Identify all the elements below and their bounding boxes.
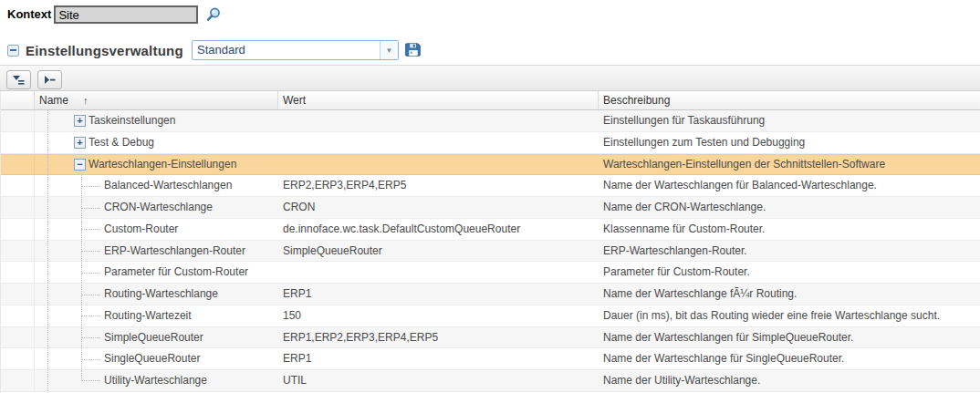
tree-line bbox=[47, 132, 48, 153]
beschreibung-cell: Parameter für Custom-Router. bbox=[599, 262, 980, 283]
row-spacer-cell bbox=[1, 284, 35, 305]
panel-title: Einstellungsverwaltung bbox=[26, 43, 183, 58]
table-row[interactable]: −Warteschlangen-EinstellungenWarteschlan… bbox=[1, 154, 980, 176]
tree-elbow-line bbox=[81, 273, 99, 274]
row-spacer-cell bbox=[1, 241, 35, 262]
beschreibung-cell: Einstellungen für Taskausführung bbox=[599, 110, 980, 131]
table-row[interactable]: Utility-WarteschlangeUTILName der Utilit… bbox=[1, 370, 980, 392]
tree-expand-icon[interactable]: + bbox=[74, 115, 86, 127]
row-spacer-cell bbox=[1, 305, 35, 326]
column-header-wert[interactable]: Wert bbox=[278, 91, 599, 109]
tree-cell: SingleQueueRouter bbox=[35, 348, 278, 369]
magnifier-icon bbox=[205, 6, 222, 23]
table-row[interactable]: Custom-Routerde.innoface.wc.task.Default… bbox=[1, 219, 980, 241]
beschreibung-cell: Einstellungen zum Testen und Debugging bbox=[599, 132, 980, 153]
tree-line bbox=[47, 348, 48, 369]
tree-line bbox=[47, 327, 48, 348]
sort-asc-icon: ↑ bbox=[83, 91, 89, 109]
wert-cell: ERP1 bbox=[278, 284, 599, 305]
beschreibung-cell: Warteschlangen-Einstellungen der Schnitt… bbox=[599, 154, 980, 175]
chevron-down-icon[interactable]: ▼ bbox=[380, 41, 398, 59]
tree-node-label: Test & Debug bbox=[89, 132, 154, 153]
table-row[interactable]: SingleQueueRouterERP1Name der Warteschla… bbox=[1, 348, 980, 370]
tree-collapse-icon[interactable]: − bbox=[74, 159, 86, 171]
row-spacer-cell bbox=[1, 110, 35, 131]
table-row[interactable]: Balanced-WarteschlangenERP2,ERP3,ERP4,ER… bbox=[1, 175, 980, 197]
beschreibung-cell: Name der Warteschlange fÃ¼r Routing. bbox=[599, 284, 980, 305]
tree-node-label: Routing-Warteschlange bbox=[104, 284, 218, 305]
tree-node-label: Taskeinstellungen bbox=[89, 110, 175, 131]
table-row[interactable]: Routing-WarteschlangeERP1Name der Wartes… bbox=[1, 284, 980, 305]
tree-node-label: ERP-Warteschlangen-Router bbox=[104, 241, 245, 262]
column-header-beschreibung-label: Beschreibung bbox=[603, 94, 670, 107]
tree-node-label: Routing-Wartezeit bbox=[104, 305, 192, 326]
tree-node-label: Warteschlangen-Einstellungen bbox=[89, 154, 236, 175]
search-button[interactable] bbox=[204, 5, 223, 24]
tree-cell: SimpleQueueRouter bbox=[35, 327, 278, 348]
tree-cell: Parameter für Custom-Router bbox=[35, 262, 278, 283]
tree-node-label: Balanced-Warteschlangen bbox=[104, 175, 232, 196]
tree-elbow-line bbox=[81, 251, 99, 252]
wert-cell: UTIL bbox=[278, 370, 599, 391]
tree-line bbox=[47, 370, 48, 391]
wert-cell: ERP2,ERP3,ERP4,ERP5 bbox=[278, 175, 599, 196]
column-header-name-label: Name bbox=[39, 94, 68, 107]
wert-cell bbox=[278, 154, 599, 175]
beschreibung-cell: Dauer (in ms), bit das Routing wieder ei… bbox=[599, 305, 980, 326]
floppy-disk-icon bbox=[405, 41, 422, 57]
tree-line bbox=[47, 197, 48, 218]
wert-cell: CRON bbox=[278, 197, 599, 218]
collapse-all-icon bbox=[12, 74, 26, 86]
beschreibung-cell: Klassenname für Custom-Router. bbox=[599, 219, 980, 240]
row-spacer-cell bbox=[1, 370, 35, 391]
panel-collapse-icon[interactable] bbox=[7, 45, 19, 57]
kontext-label: Kontext bbox=[7, 5, 51, 24]
preset-dropdown-value: Standard bbox=[193, 41, 380, 59]
tree-line bbox=[47, 284, 48, 305]
tree-line bbox=[47, 241, 48, 262]
collapse-all-button[interactable] bbox=[6, 70, 31, 89]
table-row[interactable]: Routing-Wartezeit150Dauer (in ms), bit d… bbox=[1, 305, 980, 327]
wert-cell bbox=[278, 262, 599, 283]
beschreibung-cell: Name der Warteschlangen für Balanced-War… bbox=[599, 175, 980, 196]
tree-node-label: Custom-Router bbox=[104, 219, 178, 240]
row-spacer-cell bbox=[1, 197, 35, 218]
tree-line bbox=[47, 305, 48, 326]
tree-node-label: CRON-Warteschlange bbox=[104, 197, 213, 218]
tree-line bbox=[47, 175, 48, 196]
tree-cell: −Warteschlangen-Einstellungen bbox=[35, 154, 278, 175]
column-header-name[interactable]: Name↑ bbox=[35, 91, 278, 109]
beschreibung-cell: Name der CRON-Warteschlange. bbox=[599, 197, 980, 218]
column-header-beschreibung[interactable]: Beschreibung bbox=[599, 91, 980, 109]
grid-body: +TaskeinstellungenEinstellungen für Task… bbox=[1, 110, 980, 393]
context-bar: Kontext bbox=[0, 0, 980, 35]
settings-management-page: Kontext Einstellungsverwaltung Standard … bbox=[0, 0, 980, 393]
grid-toolbar bbox=[0, 65, 980, 91]
table-row[interactable]: Parameter für Custom-RouterParameter für… bbox=[1, 262, 980, 284]
beschreibung-cell: Name der Warteschlangen für SimpleQueueR… bbox=[599, 327, 980, 348]
table-row[interactable]: SimpleQueueRouterERP1,ERP2,ERP3,ERP4,ERP… bbox=[1, 327, 980, 349]
preset-dropdown[interactable]: Standard ▼ bbox=[192, 40, 399, 60]
wert-cell bbox=[278, 132, 599, 153]
table-row[interactable]: CRON-WarteschlangeCRONName der CRON-Wart… bbox=[1, 197, 980, 219]
panel-header: Einstellungsverwaltung Standard ▼ bbox=[0, 38, 980, 62]
expand-all-icon bbox=[43, 74, 57, 86]
column-header-wert-label: Wert bbox=[283, 94, 306, 107]
settings-grid: Name↑ Wert Beschreibung +Taskeinstellung… bbox=[0, 91, 980, 393]
tree-cell: CRON-Warteschlange bbox=[35, 197, 278, 218]
tree-elbow-line bbox=[81, 295, 99, 295]
wert-cell: de.innoface.wc.task.DefaultCustomQueueRo… bbox=[278, 219, 599, 240]
kontext-input[interactable] bbox=[54, 5, 198, 24]
table-row[interactable]: +TaskeinstellungenEinstellungen für Task… bbox=[1, 110, 980, 132]
tree-elbow-line bbox=[81, 208, 99, 209]
row-spacer-cell bbox=[1, 262, 35, 283]
tree-expand-icon[interactable]: + bbox=[74, 137, 86, 149]
table-row[interactable]: +Test & DebugEinstellungen zum Testen un… bbox=[1, 132, 980, 154]
expand-all-button[interactable] bbox=[37, 70, 62, 89]
tree-cell: ERP-Warteschlangen-Router bbox=[35, 241, 278, 262]
table-row[interactable]: ERP-Warteschlangen-RouterSimpleQueueRout… bbox=[1, 241, 980, 263]
tree-cell: +Test & Debug bbox=[35, 132, 278, 153]
wert-cell: ERP1 bbox=[278, 348, 599, 369]
save-button[interactable] bbox=[404, 41, 422, 59]
row-spacer-cell bbox=[1, 348, 35, 369]
